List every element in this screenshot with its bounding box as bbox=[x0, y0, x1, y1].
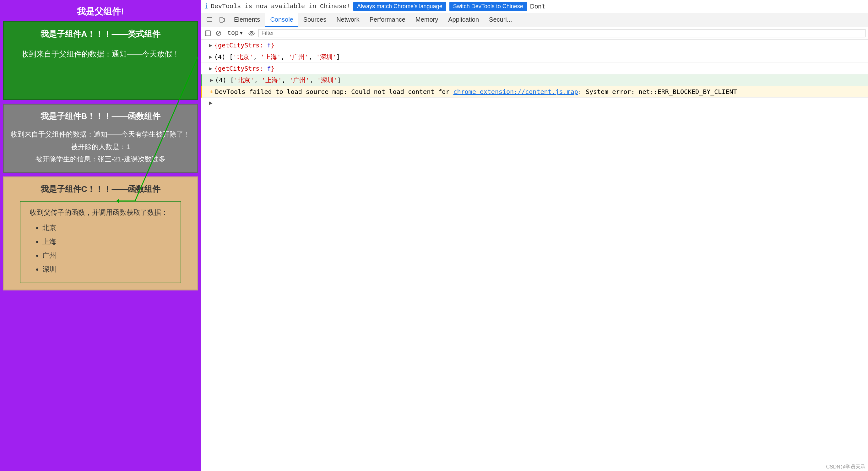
tab-network[interactable]: Network bbox=[331, 13, 364, 27]
svg-rect-6 bbox=[223, 19, 224, 21]
warning-icon: ⚠ bbox=[210, 87, 213, 96]
console-line-4: (4) ['北京', '上海', '广州', '深圳'] bbox=[201, 74, 868, 86]
child-b-line1: 收到来自于父组件的数据：通知——今天有学生被开除了！ bbox=[10, 128, 191, 141]
console-filter-input[interactable] bbox=[258, 29, 866, 37]
child-c-text: 收到父传子的函数，并调用函数获取了数据： bbox=[30, 208, 171, 217]
console-line-3: {getCityStrs: f} bbox=[201, 63, 868, 74]
child-c-component: 我是子组件C！！！——函数组件 收到父传子的函数，并调用函数获取了数据： 北京 … bbox=[3, 177, 198, 290]
console-line-1: {getCityStrs: f} bbox=[201, 39, 868, 51]
parent-component: 我是父组件! 我是子组件A！！！——类式组件 收到来自于父组件的数据：通知——今… bbox=[0, 0, 201, 471]
tab-security[interactable]: Securi... bbox=[484, 13, 517, 27]
eye-icon-button[interactable] bbox=[247, 30, 256, 37]
tab-memory[interactable]: Memory bbox=[410, 13, 443, 27]
svg-rect-5 bbox=[220, 17, 223, 22]
expand-arrow-1[interactable] bbox=[209, 41, 212, 50]
svg-point-12 bbox=[251, 32, 252, 34]
console-toolbar: top ▼ bbox=[201, 27, 868, 39]
svg-line-10 bbox=[217, 32, 220, 35]
svg-rect-7 bbox=[206, 31, 210, 36]
match-language-button[interactable]: Always match Chrome's language bbox=[353, 2, 446, 11]
inspect-icon[interactable] bbox=[204, 14, 215, 26]
parent-title: 我是父组件! bbox=[3, 3, 198, 21]
child-c-inner: 收到父传子的函数，并调用函数获取了数据： 北京 上海 广州 深圳 bbox=[20, 201, 181, 283]
expand-arrow-4[interactable] bbox=[210, 76, 213, 85]
city-list: 北京 上海 广州 深圳 bbox=[30, 221, 171, 276]
svg-rect-3 bbox=[207, 18, 212, 21]
city-item-4: 深圳 bbox=[42, 262, 171, 276]
tab-performance[interactable]: Performance bbox=[365, 13, 411, 27]
tab-console[interactable]: Console bbox=[265, 13, 298, 27]
app-panel: 我是父组件! 我是子组件A！！！——类式组件 收到来自于父组件的数据：通知——今… bbox=[0, 0, 201, 471]
child-a-data: 收到来自于父组件的数据：通知——今天放假！ bbox=[10, 49, 191, 59]
switch-chinese-button[interactable]: Switch DevTools to Chinese bbox=[450, 2, 527, 11]
tab-application[interactable]: Application bbox=[443, 13, 484, 27]
devtools-notification: ℹ DevTools is now available in Chinese! … bbox=[201, 0, 868, 13]
clear-console-button[interactable] bbox=[215, 29, 223, 37]
context-label: top bbox=[227, 30, 239, 37]
watermark: CSDN@学员天承 bbox=[824, 463, 868, 471]
city-item-3: 广州 bbox=[42, 249, 171, 262]
city-item-2: 上海 bbox=[42, 235, 171, 249]
child-b-line2: 被开除的人数是：1 bbox=[10, 141, 191, 153]
console-text-2: (4) ['北京', '上海', '广州', '深圳'] bbox=[214, 52, 866, 62]
devtools-panel: ℹ DevTools is now available in Chinese! … bbox=[201, 0, 868, 471]
city-item-1: 北京 bbox=[42, 221, 171, 235]
tab-sources[interactable]: Sources bbox=[298, 13, 331, 27]
context-selector[interactable]: top ▼ bbox=[225, 29, 245, 38]
svg-point-11 bbox=[249, 31, 254, 35]
child-a-title: 我是子组件A！！！——类式组件 bbox=[10, 29, 191, 39]
notification-text: DevTools is now available in Chinese! bbox=[211, 3, 350, 10]
child-b-line3: 被开除学生的信息：张三-21-逃课次数过多 bbox=[10, 153, 191, 165]
console-warning-text: DevTools failed to load source map: Coul… bbox=[215, 87, 866, 97]
console-prompt: ▶ bbox=[201, 98, 868, 108]
child-b-title: 我是子组件B！！！——函数组件 bbox=[10, 111, 191, 122]
console-content: {getCityStrs: f} (4) ['北京', '上海', '广州', … bbox=[201, 39, 868, 471]
console-text-1: {getCityStrs: f} bbox=[214, 40, 866, 50]
info-icon: ℹ bbox=[205, 2, 208, 11]
child-b-component: 我是子组件B！！！——函数组件 收到来自于父组件的数据：通知——今天有学生被开除… bbox=[3, 104, 198, 173]
expand-arrow-3[interactable] bbox=[209, 64, 212, 73]
child-a-component: 我是子组件A！！！——类式组件 收到来自于父组件的数据：通知——今天放假！ bbox=[3, 21, 198, 100]
expand-arrow-2[interactable] bbox=[209, 53, 212, 62]
devtools-tabs-bar: Elements Console Sources Network Perform… bbox=[201, 13, 868, 27]
console-text-4: (4) ['北京', '上海', '广州', '深圳'] bbox=[215, 75, 866, 85]
console-line-warning: ⚠ DevTools failed to load source map: Co… bbox=[201, 86, 868, 98]
sidebar-toggle-button[interactable] bbox=[204, 29, 212, 37]
chevron-down-icon: ▼ bbox=[240, 31, 242, 36]
child-b-data: 收到来自于父组件的数据：通知——今天有学生被开除了！ 被开除的人数是：1 被开除… bbox=[10, 128, 191, 165]
tab-elements[interactable]: Elements bbox=[229, 13, 265, 27]
source-map-link[interactable]: chrome-extension://content.js.map bbox=[453, 88, 578, 95]
console-text-3: {getCityStrs: f} bbox=[214, 63, 866, 73]
prompt-arrow: ▶ bbox=[209, 99, 213, 107]
child-c-title: 我是子组件C！！！——函数组件 bbox=[10, 184, 191, 195]
device-icon[interactable] bbox=[216, 14, 228, 26]
dont-button[interactable]: Don't bbox=[530, 3, 545, 10]
console-line-2: (4) ['北京', '上海', '广州', '深圳'] bbox=[201, 51, 868, 63]
